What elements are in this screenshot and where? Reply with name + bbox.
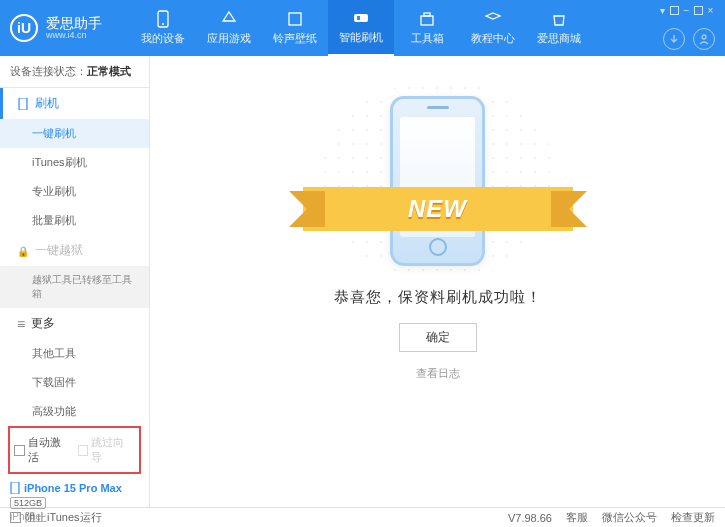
- phone-icon: [17, 98, 29, 110]
- version-text: V7.98.66: [508, 512, 552, 524]
- sidebar-item-batch[interactable]: 批量刷机: [0, 206, 149, 235]
- tutorial-icon: [484, 10, 502, 28]
- footer-update[interactable]: 检查更新: [671, 510, 715, 525]
- nav-label: 爱思商城: [537, 31, 581, 46]
- maximize-icon[interactable]: [694, 6, 703, 15]
- store-icon: [550, 10, 568, 28]
- app-header: iU 爱思助手 www.i4.cn 我的设备 应用游戏 铃声壁纸 智能刷机 工具…: [0, 0, 725, 56]
- nav-apps[interactable]: 应用游戏: [196, 0, 262, 56]
- download-icon[interactable]: [663, 28, 685, 50]
- status-prefix: 设备连接状态：: [10, 65, 87, 77]
- menu-icon[interactable]: ▾: [658, 6, 667, 15]
- phone-graphic: [390, 96, 485, 266]
- flash-icon: [352, 9, 370, 27]
- connection-status: 设备连接状态：正常模式: [0, 56, 149, 88]
- settings-icon[interactable]: [670, 6, 679, 15]
- checkbox-label: 自动激活: [28, 435, 72, 465]
- checkbox-icon: [10, 512, 21, 523]
- svg-rect-5: [421, 16, 433, 25]
- svg-rect-8: [19, 98, 27, 110]
- sidebar-item-oneclick[interactable]: 一键刷机: [0, 119, 149, 148]
- close-icon[interactable]: ×: [706, 6, 715, 15]
- skip-guide-checkbox[interactable]: 跳过向导: [78, 435, 136, 465]
- nav-store[interactable]: 爱思商城: [526, 0, 592, 56]
- window-controls: ▾ − ×: [658, 6, 715, 15]
- storage-badge: 512GB: [10, 497, 46, 509]
- brand-logo-icon: iU: [10, 14, 38, 42]
- sidebar-item-advanced[interactable]: 高级功能: [0, 397, 149, 426]
- sidebar-item-download[interactable]: 下载固件: [0, 368, 149, 397]
- section-label: 刷机: [35, 95, 59, 112]
- nav-my-device[interactable]: 我的设备: [130, 0, 196, 56]
- nav-flash[interactable]: 智能刷机: [328, 0, 394, 56]
- minimize-icon[interactable]: −: [682, 6, 691, 15]
- checkbox-icon: [14, 445, 25, 456]
- brand-url: www.i4.cn: [46, 30, 102, 40]
- section-label: 一键越狱: [35, 242, 83, 259]
- sidebar-section-jailbreak: 一键越狱: [0, 235, 149, 266]
- sidebar-item-pro[interactable]: 专业刷机: [0, 177, 149, 206]
- main-content: NEW 恭喜您，保资料刷机成功啦！ 确定 查看日志: [150, 56, 725, 507]
- section-label: 更多: [31, 315, 55, 332]
- checkbox-label: 跳过向导: [91, 435, 135, 465]
- apps-icon: [220, 10, 238, 28]
- svg-rect-6: [424, 13, 430, 16]
- block-itunes-checkbox[interactable]: 阻止iTunes运行: [10, 510, 102, 525]
- wallpaper-icon: [286, 10, 304, 28]
- toolbox-icon: [418, 10, 436, 28]
- nav-label: 应用游戏: [207, 31, 251, 46]
- sidebar-item-itunes[interactable]: iTunes刷机: [0, 148, 149, 177]
- nav-label: 铃声壁纸: [273, 31, 317, 46]
- svg-point-1: [162, 23, 164, 25]
- new-ribbon: NEW: [303, 187, 573, 231]
- nav-label: 工具箱: [411, 31, 444, 46]
- auto-activate-checkbox[interactable]: 自动激活: [14, 435, 72, 465]
- device-name[interactable]: iPhone 15 Pro Max: [10, 482, 139, 494]
- nav-label: 我的设备: [141, 31, 185, 46]
- success-message: 恭喜您，保资料刷机成功啦！: [334, 288, 542, 307]
- checkbox-label: 阻止iTunes运行: [25, 510, 102, 525]
- sidebar-section-flash[interactable]: 刷机: [0, 88, 149, 119]
- svg-rect-3: [354, 14, 368, 22]
- svg-point-7: [702, 35, 706, 39]
- main-nav: 我的设备 应用游戏 铃声壁纸 智能刷机 工具箱 教程中心 爱思商城: [130, 0, 592, 56]
- lock-icon: [17, 244, 29, 258]
- view-log-link[interactable]: 查看日志: [416, 366, 460, 381]
- nav-toolbox[interactable]: 工具箱: [394, 0, 460, 56]
- nav-ringtones[interactable]: 铃声壁纸: [262, 0, 328, 56]
- svg-rect-4: [357, 16, 360, 20]
- status-value: 正常模式: [87, 65, 131, 77]
- sidebar: 设备连接状态：正常模式 刷机 一键刷机 iTunes刷机 专业刷机 批量刷机 一…: [0, 56, 150, 507]
- ok-button[interactable]: 确定: [399, 323, 477, 352]
- sidebar-item-other[interactable]: 其他工具: [0, 339, 149, 368]
- device-name-text: iPhone 15 Pro Max: [24, 482, 122, 494]
- footer-support[interactable]: 客服: [566, 510, 588, 525]
- brand-block: iU 爱思助手 www.i4.cn: [10, 14, 130, 42]
- svg-rect-2: [289, 13, 301, 25]
- brand-name: 爱思助手: [46, 16, 102, 30]
- checkbox-icon: [78, 445, 89, 456]
- user-icon[interactable]: [693, 28, 715, 50]
- list-icon: [17, 316, 25, 332]
- svg-rect-9: [11, 482, 19, 494]
- sidebar-section-more[interactable]: 更多: [0, 308, 149, 339]
- jailbreak-transfer-note: 越狱工具已转移至工具箱: [0, 266, 149, 308]
- nav-tutorials[interactable]: 教程中心: [460, 0, 526, 56]
- nav-label: 教程中心: [471, 31, 515, 46]
- footer-wechat[interactable]: 微信公众号: [602, 510, 657, 525]
- phone-icon: [10, 482, 20, 494]
- success-illustration: NEW: [338, 96, 538, 266]
- nav-label: 智能刷机: [339, 30, 383, 45]
- options-row: 自动激活 跳过向导: [8, 426, 141, 474]
- device-icon: [154, 10, 172, 28]
